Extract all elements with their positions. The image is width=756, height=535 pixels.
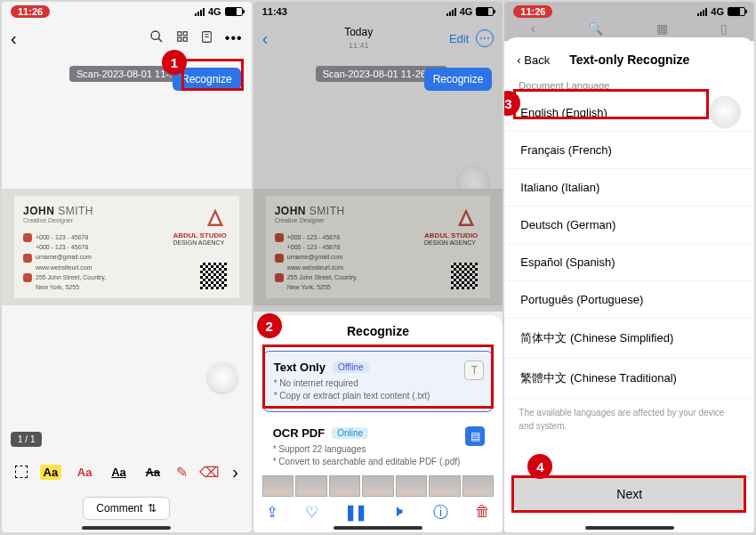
card-name: JOHN SMITH (23, 205, 230, 217)
assistive-touch-icon[interactable] (710, 96, 740, 126)
search-icon[interactable] (149, 29, 164, 47)
more-circle-icon[interactable]: ⋯ (476, 29, 494, 47)
network-label: 4G (208, 6, 221, 17)
home-indicator (334, 526, 422, 530)
toolbar-more-icon[interactable]: › (232, 462, 238, 482)
lang-french[interactable]: Français (French) (504, 132, 754, 169)
back-icon[interactable]: ‹ (11, 28, 17, 49)
battery-icon (476, 7, 494, 16)
strikethrough-tool[interactable]: Aa (141, 465, 164, 480)
lang-german[interactable]: Deutsch (German) (504, 207, 754, 244)
info-icon[interactable]: ⓘ (433, 502, 448, 523)
grid-icon[interactable] (176, 30, 189, 46)
back-icon[interactable]: ‹ (262, 28, 269, 49)
lang-italian[interactable]: Italiano (Italian) (504, 169, 754, 207)
nav-title: Today11:41 (344, 26, 373, 52)
business-card: JOHN SMITH Creative Designer ABDUL STUDI… (14, 196, 239, 298)
svg-rect-2 (178, 32, 181, 36)
text-color-tool[interactable]: Aa (74, 465, 96, 480)
assistive-touch-icon[interactable] (207, 362, 237, 393)
comment-row: Comment ⇅ (2, 497, 252, 520)
panel-2-recognize-sheet: 11:43 4G ‹ Today11:41 Edit ⋯ Scan-2023-0… (253, 2, 503, 532)
battery-icon (225, 7, 243, 16)
online-tag: Online (332, 427, 368, 439)
option-title: OCR PDF (273, 426, 326, 440)
heart-icon[interactable]: ♡ (305, 503, 318, 522)
panel-3-language: 11:26 4G ‹🔍▦▯ ‹ Back Text-only Recognize… (504, 2, 754, 532)
annotation-1: 1 (162, 50, 187, 75)
marker-tool-icon[interactable]: ✎ (176, 464, 188, 481)
sheet-title: Text-only Recognize (504, 53, 754, 67)
recognize-sheet: Recognize Text Only Offline * No interne… (253, 315, 503, 532)
mute-icon[interactable]: 🕨 (392, 503, 407, 521)
time-pill: 11:26 (11, 5, 50, 18)
recognize-button[interactable]: Recognize (424, 68, 493, 91)
edit-button[interactable]: Edit (449, 32, 469, 45)
option-text-only[interactable]: Text Only Offline * No internet required… (262, 351, 495, 412)
pause-icon[interactable]: ❚❚ (344, 503, 366, 522)
business-card: JOHN SMITH Creative Designer ABDUL STUDI… (266, 196, 491, 298)
text-icon: T (464, 361, 484, 380)
sort-icon: ⇅ (148, 502, 157, 515)
signal-icon (446, 8, 456, 16)
comment-button[interactable]: Comment ⇅ (83, 497, 170, 520)
thumbnail-strip[interactable] (262, 475, 495, 497)
nav-bar: ‹ Today11:41 Edit ⋯ (253, 21, 503, 55)
status-bar: 11:26 4G (504, 2, 754, 21)
offline-tag: Offline (333, 361, 369, 373)
option-desc: * Support 22 languages * Convert to sear… (273, 443, 484, 468)
option-title: Text Only (274, 361, 326, 374)
scan-preview: JOHN SMITH Creative Designer ABDUL STUDI… (253, 189, 503, 305)
qr-icon (200, 263, 227, 289)
status-right: 4G (446, 6, 495, 17)
status-right: 4G (195, 6, 243, 17)
language-note: The available languages are affected by … (504, 399, 754, 440)
nav-bar: ‹ ••• (2, 21, 252, 55)
dimmed-nav: ‹🔍▦▯ (504, 21, 754, 37)
time-label: 11:43 (262, 6, 287, 17)
card-role: Creative Designer (23, 217, 230, 223)
next-button[interactable]: Next (513, 477, 745, 511)
lang-spanish[interactable]: Español (Spanish) (504, 244, 754, 281)
crop-icon[interactable] (15, 466, 28, 478)
page-icon[interactable] (201, 30, 213, 47)
status-bar: 11:26 4G (2, 2, 252, 21)
lang-chinese-traditional[interactable]: 繁體中文 (Chinese Traditional) (504, 359, 754, 399)
edit-toolbar: Aa Aa Aa Aa ✎ ⌫ › (2, 456, 252, 488)
scan-preview: JOHN SMITH Creative Designer ABDUL STUDI… (2, 189, 252, 305)
card-logo-icon (204, 207, 227, 230)
svg-point-0 (151, 31, 159, 39)
page-indicator: 1 / 1 (11, 432, 42, 447)
more-icon[interactable]: ••• (225, 30, 243, 46)
highlight-tool[interactable]: Aa (40, 465, 62, 480)
sheet-title: Recognize (253, 315, 503, 345)
share-icon[interactable]: ⇪ (266, 503, 278, 522)
pdf-icon: ▤ (465, 426, 485, 446)
comment-label: Comment (96, 502, 142, 515)
trash-icon[interactable]: 🗑 (475, 503, 490, 521)
network-label: 4G (460, 6, 473, 17)
svg-line-1 (158, 38, 162, 42)
home-indicator (82, 526, 171, 530)
card-brand: ABDUL STUDIODESIGN AGENCY (173, 231, 226, 246)
svg-rect-5 (183, 37, 187, 41)
status-bar: 11:43 4G (253, 2, 503, 21)
lang-portuguese[interactable]: Português (Portuguese) (504, 281, 754, 319)
panel-1-scanner: 11:26 4G ‹ ••• Scan-2023-08-01 11-... Re… (2, 2, 252, 532)
lang-chinese-simplified[interactable]: 简体中文 (Chinese Simplified) (504, 319, 754, 359)
underline-tool[interactable]: Aa (108, 465, 130, 480)
option-desc: * No internet required * Copy or extract… (274, 377, 483, 402)
eraser-tool-icon[interactable]: ⌫ (199, 464, 220, 481)
bottom-toolbar: ⇪ ♡ ❚❚ 🕨 ⓘ 🗑 (253, 499, 503, 525)
signal-icon (195, 8, 205, 16)
annotation-2: 2 (257, 313, 282, 338)
time-pill: 11:26 (513, 5, 552, 18)
svg-rect-3 (183, 32, 187, 36)
option-ocr-pdf[interactable]: OCR PDF Online * Support 22 languages * … (262, 417, 495, 477)
home-indicator (585, 526, 674, 530)
svg-rect-4 (178, 37, 181, 41)
doc-language-label: Document Language (504, 71, 754, 94)
